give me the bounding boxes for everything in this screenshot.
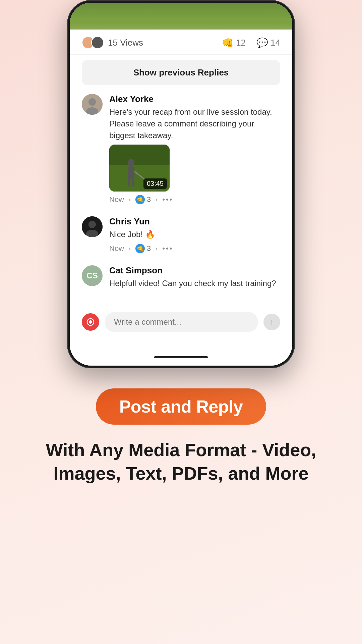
- chris-fist[interactable]: 👊 3: [135, 244, 151, 253]
- comment-item: CS Cat Simpson Helpfull video! Can you c…: [82, 265, 280, 293]
- fist-icon-blue: 👊: [135, 195, 145, 204]
- fist-count: 👊 12: [222, 37, 246, 48]
- alex-video-thumb[interactable]: 03:45: [109, 145, 170, 192]
- views-count: 15 Views: [108, 38, 143, 48]
- chat-icon: 💬: [256, 37, 268, 48]
- dot-4: ●: [156, 247, 158, 251]
- cat-text: Helpfull video! Can you check my last tr…: [109, 278, 280, 289]
- svg-rect-7: [128, 178, 130, 186]
- dot-1: ●: [129, 198, 131, 202]
- alex-time: Now: [109, 195, 124, 204]
- dot-2: ●: [156, 198, 158, 202]
- chris-time: Now: [109, 244, 124, 253]
- phone-screen: 15 Views 👊 12 💬 14 Show previo: [70, 3, 292, 366]
- comment-input-bar: ↑: [70, 305, 292, 339]
- views-row: 15 Views 👊 12 💬 14: [70, 30, 292, 55]
- alex-text: Here's your recap from our live session …: [109, 106, 280, 141]
- alex-reaction-count: 3: [147, 195, 151, 204]
- views-right: 👊 12 💬 14: [222, 37, 280, 48]
- svg-point-11: [88, 221, 96, 228]
- alex-avatar: [82, 94, 103, 115]
- phone-wrapper: 15 Views 👊 12 💬 14 Show previo: [67, 0, 295, 368]
- alex-comment-body: Alex Yorke Here's your recap from our li…: [109, 94, 280, 204]
- alex-username: Alex Yorke: [109, 94, 280, 104]
- avatar-2: [91, 36, 104, 49]
- send-button[interactable]: ↑: [263, 314, 280, 330]
- current-user-avatar: [82, 313, 99, 331]
- chat-number: 14: [270, 38, 280, 48]
- cta-subtitle: With Any Media Format - Video, Images, T…: [27, 438, 335, 485]
- comment-item: Chris Yun Nice Job! 🔥 Now ● 👊 3 ● •: [82, 216, 280, 253]
- cta-badge: Post and Reply: [96, 388, 266, 425]
- bottom-section: Post and Reply With Any Media Format - V…: [0, 388, 362, 512]
- chris-text: Nice Job! 🔥: [109, 229, 280, 240]
- video-duration: 03:45: [143, 178, 167, 189]
- send-icon: ↑: [270, 318, 274, 326]
- fist-icon: 👊: [222, 37, 233, 48]
- grass-overlay: [70, 19, 292, 30]
- chris-reactions: Now ● 👊 3 ● •••: [109, 244, 280, 253]
- chris-comment-body: Chris Yun Nice Job! 🔥 Now ● 👊 3 ● •: [109, 216, 280, 253]
- alex-more[interactable]: •••: [162, 195, 173, 204]
- dot-3: ●: [129, 247, 131, 251]
- top-image: [70, 3, 292, 30]
- cat-comment-body: Cat Simpson Helpfull video! Can you chec…: [109, 265, 280, 293]
- chris-reaction-count: 3: [147, 244, 151, 253]
- chat-count: 💬 14: [256, 37, 280, 48]
- chris-avatar: [82, 216, 103, 237]
- svg-point-5: [128, 159, 134, 167]
- svg-point-14: [89, 320, 92, 324]
- comment-item: Alex Yorke Here's your recap from our li…: [82, 94, 280, 204]
- home-bar: [154, 356, 208, 358]
- comments-section: Alex Yorke Here's your recap from our li…: [70, 91, 292, 293]
- cat-avatar: CS: [82, 265, 103, 286]
- views-left: 15 Views: [82, 36, 143, 49]
- cat-username: Cat Simpson: [109, 265, 280, 276]
- chris-username: Chris Yun: [109, 216, 280, 227]
- svg-rect-6: [128, 167, 134, 179]
- svg-point-1: [88, 98, 96, 106]
- svg-rect-8: [132, 178, 134, 186]
- alex-fist[interactable]: 👊 3: [135, 195, 151, 204]
- avatar-stack: [82, 36, 104, 49]
- phone-frame: 15 Views 👊 12 💬 14 Show previo: [67, 0, 295, 368]
- chris-more[interactable]: •••: [162, 244, 173, 253]
- show-replies-button[interactable]: Show previous Replies: [82, 60, 280, 85]
- comment-input[interactable]: [105, 312, 258, 332]
- content-area: 15 Views 👊 12 💬 14 Show previo: [70, 30, 292, 349]
- alex-reactions: Now ● 👊 3 ● •••: [109, 195, 280, 204]
- fist-icon-blue-2: 👊: [135, 244, 145, 253]
- fist-number: 12: [236, 38, 246, 48]
- home-indicator: [70, 349, 292, 366]
